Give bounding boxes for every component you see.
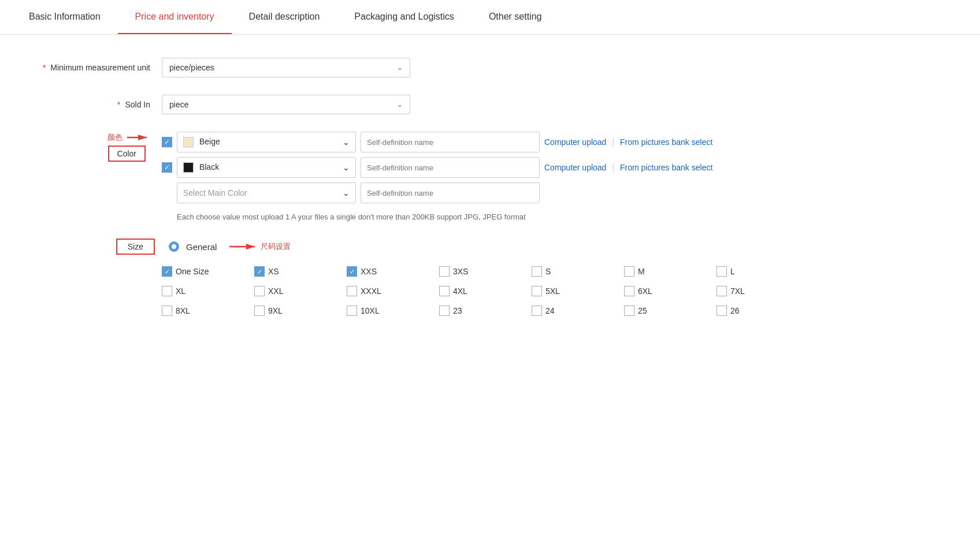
- size-item-23: 23: [439, 306, 532, 316]
- computer-upload-beige[interactable]: Computer upload: [544, 137, 606, 147]
- color-item-new: Select Main Color ⌄: [162, 183, 712, 203]
- tab-other-setting[interactable]: Other setting: [472, 0, 559, 34]
- size-checkbox-23[interactable]: [439, 306, 450, 316]
- chevron-down-icon: ⌄: [343, 163, 350, 172]
- size-item-10xl: 10XL: [347, 306, 439, 316]
- color-self-def-black[interactable]: [361, 157, 540, 178]
- size-item-m: M: [624, 266, 717, 277]
- size-item-l: L: [717, 266, 809, 277]
- size-checkbox-l[interactable]: [717, 266, 727, 277]
- size-item-xs: ✓ XS: [254, 266, 347, 277]
- nav-tabs: Basic Information Price and inventory De…: [0, 0, 980, 35]
- tab-packaging-logistics[interactable]: Packaging and Logistics: [337, 0, 472, 34]
- color-checkbox-beige[interactable]: ✓: [162, 137, 172, 147]
- sold-in-select[interactable]: piece ⌄: [162, 95, 410, 114]
- size-item-xl: XL: [162, 286, 254, 296]
- size-checkbox-7xl[interactable]: [717, 286, 727, 296]
- pictures-bank-black[interactable]: From pictures bank select: [620, 163, 712, 172]
- minimum-measurement-unit-row: * Minimum measurement unit piece/pieces …: [35, 58, 945, 77]
- size-grid-row-1: ✓ One Size ✓ XS ✓ XXS 3XS S: [162, 266, 945, 277]
- size-item-s: S: [532, 266, 624, 277]
- size-item-xxxl: XXXL: [347, 286, 439, 296]
- tab-basic-information[interactable]: Basic Information: [12, 0, 118, 34]
- chevron-down-icon: ⌄: [397, 100, 403, 109]
- size-checkbox-one-size[interactable]: ✓: [162, 266, 172, 277]
- color-helper-text: Each choose value most upload 1 A your f…: [177, 213, 712, 221]
- size-checkbox-9xl[interactable]: [254, 306, 265, 316]
- size-item-7xl: 7XL: [717, 286, 809, 296]
- size-type-text: General: [186, 242, 217, 252]
- tab-detail-description[interactable]: Detail description: [232, 0, 337, 34]
- sold-in-label: * Sold In: [35, 100, 162, 109]
- size-item-4xl: 4XL: [439, 286, 532, 296]
- minimum-measurement-unit-label: * Minimum measurement unit: [35, 63, 162, 72]
- size-item-xxl: XXL: [254, 286, 347, 296]
- size-label-area: Size: [35, 239, 162, 255]
- annotation-arrow-icon: [127, 132, 150, 143]
- beige-swatch: [183, 137, 194, 147]
- color-label-area: 颜色 Color: [35, 132, 162, 162]
- color-select-main[interactable]: Select Main Color ⌄: [177, 183, 356, 203]
- main-content: * Minimum measurement unit piece/pieces …: [0, 35, 980, 348]
- size-item-8xl: 8XL: [162, 306, 254, 316]
- size-checkbox-xs[interactable]: ✓: [254, 266, 265, 277]
- upload-divider-black: |: [612, 163, 614, 172]
- color-self-def-new[interactable]: [361, 183, 540, 203]
- size-header-row: Size General 尺码设置: [35, 239, 945, 255]
- color-item-beige: ✓ Beige ⌄ Computer upload | From picture…: [162, 132, 712, 152]
- size-checkbox-3xs[interactable]: [439, 266, 450, 277]
- computer-upload-black[interactable]: Computer upload: [544, 163, 606, 172]
- size-checkbox-xxl[interactable]: [254, 286, 265, 296]
- size-grid: ✓ One Size ✓ XS ✓ XXS 3XS S: [162, 266, 945, 316]
- size-checkbox-xxs[interactable]: ✓: [347, 266, 357, 277]
- size-item-5xl: 5XL: [532, 286, 624, 296]
- size-section: Size General 尺码设置: [35, 239, 945, 316]
- pictures-bank-beige[interactable]: From pictures bank select: [620, 137, 712, 147]
- size-grid-row-2: XL XXL XXXL 4XL 5XL: [162, 286, 945, 296]
- black-swatch: [183, 162, 194, 173]
- size-item-26: 26: [717, 306, 809, 316]
- upload-divider: |: [612, 137, 614, 147]
- color-select-black[interactable]: Black ⌄: [177, 157, 356, 178]
- size-checkbox-25[interactable]: [624, 306, 634, 316]
- size-checkbox-s[interactable]: [532, 266, 542, 277]
- color-self-def-beige[interactable]: [361, 132, 540, 152]
- size-checkbox-5xl[interactable]: [532, 286, 542, 296]
- size-item-one-size: ✓ One Size: [162, 266, 254, 277]
- size-checkbox-4xl[interactable]: [439, 286, 450, 296]
- minimum-measurement-unit-select[interactable]: piece/pieces ⌄: [162, 58, 410, 77]
- upload-links-black: Computer upload | From pictures bank sel…: [544, 163, 712, 172]
- size-item-6xl: 6XL: [624, 286, 717, 296]
- size-item-25: 25: [624, 306, 717, 316]
- size-item-9xl: 9XL: [254, 306, 347, 316]
- chevron-down-icon: ⌄: [343, 188, 350, 198]
- tab-price-inventory[interactable]: Price and inventory: [118, 0, 232, 34]
- size-type-radio[interactable]: [169, 241, 179, 252]
- size-checkbox-6xl[interactable]: [624, 286, 634, 296]
- size-checkbox-26[interactable]: [717, 306, 727, 316]
- color-section-row: 颜色 Color: [35, 132, 945, 221]
- sold-in-row: * Sold In piece ⌄: [35, 95, 945, 114]
- size-item-3xs: 3XS: [439, 266, 532, 277]
- size-checkbox-8xl[interactable]: [162, 306, 172, 316]
- size-checkbox-xl[interactable]: [162, 286, 172, 296]
- size-chinese-annotation: 尺码设置: [261, 241, 291, 252]
- chevron-down-icon: ⌄: [343, 137, 350, 147]
- color-chinese-annotation: 颜色: [107, 132, 122, 143]
- size-annotation-arrow-icon: [229, 241, 258, 252]
- upload-links-beige: Computer upload | From pictures bank sel…: [544, 137, 712, 147]
- color-checkbox-black[interactable]: ✓: [162, 162, 172, 173]
- size-checkbox-xxxl[interactable]: [347, 286, 357, 296]
- color-label-box: Color: [108, 146, 146, 162]
- size-checkbox-24[interactable]: [532, 306, 542, 316]
- color-rows-area: ✓ Beige ⌄ Computer upload | From picture…: [162, 132, 712, 221]
- size-item-24: 24: [532, 306, 624, 316]
- color-select-beige[interactable]: Beige ⌄: [177, 132, 356, 152]
- size-checkbox-m[interactable]: [624, 266, 634, 277]
- color-item-black: ✓ Black ⌄ Computer upload | From picture…: [162, 157, 712, 178]
- size-label-box: Size: [116, 239, 155, 255]
- size-checkbox-10xl[interactable]: [347, 306, 357, 316]
- chevron-down-icon: ⌄: [397, 64, 403, 72]
- size-item-xxs: ✓ XXS: [347, 266, 439, 277]
- size-grid-row-3: 8XL 9XL 10XL 23 24: [162, 306, 945, 316]
